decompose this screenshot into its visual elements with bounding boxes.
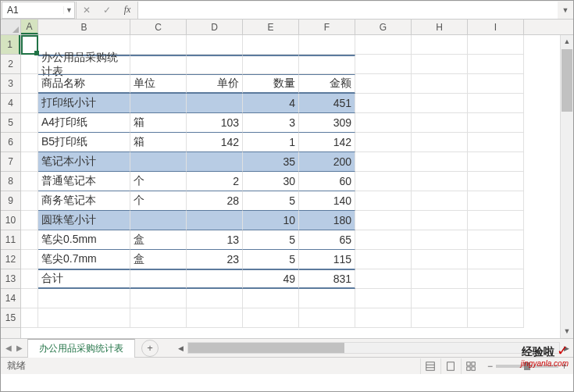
table-cell[interactable] bbox=[187, 152, 243, 172]
table-header[interactable]: 单位 bbox=[130, 74, 187, 94]
cell[interactable] bbox=[412, 35, 468, 55]
column-header[interactable]: H bbox=[412, 20, 468, 34]
cell[interactable] bbox=[468, 191, 524, 211]
table-cell[interactable]: 13 bbox=[187, 230, 243, 250]
cell[interactable] bbox=[38, 289, 130, 308]
cell[interactable] bbox=[130, 308, 187, 328]
column-header[interactable]: E bbox=[243, 20, 299, 34]
table-cell[interactable]: 23 bbox=[187, 250, 243, 269]
cell[interactable] bbox=[187, 55, 243, 74]
table-cell[interactable] bbox=[130, 152, 187, 172]
cell[interactable] bbox=[468, 152, 524, 172]
scroll-track[interactable] bbox=[187, 342, 560, 354]
table-cell[interactable]: 103 bbox=[187, 113, 243, 133]
cell[interactable] bbox=[21, 74, 38, 94]
row-header[interactable]: 9 bbox=[1, 191, 20, 211]
column-header[interactable]: D bbox=[187, 20, 243, 34]
sheet-next-icon[interactable]: ▶ bbox=[16, 344, 23, 352]
cell[interactable] bbox=[355, 94, 412, 113]
cell[interactable] bbox=[38, 308, 130, 328]
table-cell[interactable]: 28 bbox=[187, 191, 243, 211]
cell[interactable] bbox=[355, 74, 412, 94]
sheet-prev-icon[interactable]: ◀ bbox=[5, 344, 12, 352]
cell[interactable] bbox=[412, 55, 468, 74]
cell[interactable] bbox=[243, 35, 299, 55]
table-cell[interactable]: 30 bbox=[243, 172, 299, 191]
column-header[interactable]: G bbox=[355, 20, 412, 34]
column-header[interactable]: B bbox=[38, 20, 130, 34]
cell[interactable] bbox=[243, 55, 299, 74]
table-cell[interactable]: 3 bbox=[243, 113, 299, 133]
cell[interactable] bbox=[187, 308, 243, 328]
formula-bar-expand-icon[interactable]: ▼ bbox=[558, 6, 573, 14]
table-cell[interactable]: 35 bbox=[243, 152, 299, 172]
cell[interactable] bbox=[355, 289, 412, 308]
table-cell[interactable]: 831 bbox=[299, 269, 355, 289]
cell[interactable] bbox=[21, 94, 38, 113]
table-cell[interactable]: 圆珠笔小计 bbox=[38, 211, 130, 230]
cell[interactable] bbox=[412, 191, 468, 211]
cell[interactable] bbox=[412, 133, 468, 152]
table-cell[interactable]: 打印纸小计 bbox=[38, 94, 130, 113]
table-cell[interactable]: 笔尖0.5mm bbox=[38, 230, 130, 250]
table-header[interactable]: 数量 bbox=[243, 74, 299, 94]
cell[interactable] bbox=[21, 191, 38, 211]
cell[interactable] bbox=[130, 289, 187, 308]
formula-input[interactable] bbox=[138, 2, 558, 19]
table-header[interactable]: 单价 bbox=[187, 74, 243, 94]
cell[interactable] bbox=[21, 172, 38, 191]
row-header[interactable]: 11 bbox=[1, 230, 20, 250]
table-cell[interactable] bbox=[187, 211, 243, 230]
name-box-dropdown-icon[interactable]: ▼ bbox=[63, 6, 74, 14]
cell[interactable] bbox=[355, 172, 412, 191]
cell[interactable] bbox=[130, 55, 187, 74]
table-cell[interactable]: A4打印纸 bbox=[38, 113, 130, 133]
cell[interactable] bbox=[412, 113, 468, 133]
table-cell[interactable]: 10 bbox=[243, 211, 299, 230]
table-cell[interactable]: 200 bbox=[299, 152, 355, 172]
cell[interactable] bbox=[355, 113, 412, 133]
table-cell[interactable]: 115 bbox=[299, 250, 355, 269]
row-header[interactable]: 1 bbox=[1, 35, 20, 55]
cell[interactable] bbox=[21, 269, 38, 289]
cell[interactable] bbox=[299, 308, 355, 328]
cell[interactable] bbox=[21, 308, 38, 328]
scroll-down-icon[interactable]: ▼ bbox=[561, 325, 573, 338]
table-cell[interactable]: 140 bbox=[299, 191, 355, 211]
table-cell[interactable] bbox=[130, 94, 187, 113]
table-cell[interactable]: 箱 bbox=[130, 113, 187, 133]
table-cell[interactable]: 笔记本小计 bbox=[38, 152, 130, 172]
cell[interactable] bbox=[355, 230, 412, 250]
row-header[interactable]: 4 bbox=[1, 94, 20, 113]
table-cell[interactable]: 60 bbox=[299, 172, 355, 191]
vertical-scrollbar[interactable]: ▲ ▼ bbox=[560, 35, 573, 338]
cell[interactable] bbox=[468, 133, 524, 152]
formula-cancel-button[interactable]: ✕ bbox=[77, 2, 97, 19]
cell[interactable] bbox=[412, 152, 468, 172]
cell[interactable] bbox=[468, 250, 524, 269]
row-header[interactable]: 6 bbox=[1, 133, 20, 152]
table-header[interactable]: 商品名称 bbox=[38, 74, 130, 94]
page-break-view-button[interactable] bbox=[461, 358, 481, 374]
table-cell[interactable]: 盒 bbox=[130, 250, 187, 269]
cell[interactable] bbox=[21, 133, 38, 152]
row-header[interactable]: 13 bbox=[1, 269, 20, 289]
column-header[interactable]: I bbox=[468, 20, 524, 34]
table-cell[interactable]: 个 bbox=[130, 172, 187, 191]
cell[interactable] bbox=[468, 35, 524, 55]
cell[interactable] bbox=[412, 94, 468, 113]
new-sheet-button[interactable]: + bbox=[141, 340, 159, 357]
row-header[interactable]: 10 bbox=[1, 211, 20, 230]
cell[interactable] bbox=[412, 269, 468, 289]
cell[interactable] bbox=[412, 308, 468, 328]
cell[interactable] bbox=[355, 250, 412, 269]
table-cell[interactable] bbox=[187, 94, 243, 113]
row-header[interactable]: 5 bbox=[1, 113, 20, 133]
cell[interactable] bbox=[21, 289, 38, 308]
table-cell[interactable]: 个 bbox=[130, 191, 187, 211]
cell[interactable] bbox=[355, 35, 412, 55]
cell[interactable] bbox=[21, 152, 38, 172]
table-cell[interactable]: 1 bbox=[243, 133, 299, 152]
cell[interactable] bbox=[412, 289, 468, 308]
cell[interactable] bbox=[187, 289, 243, 308]
